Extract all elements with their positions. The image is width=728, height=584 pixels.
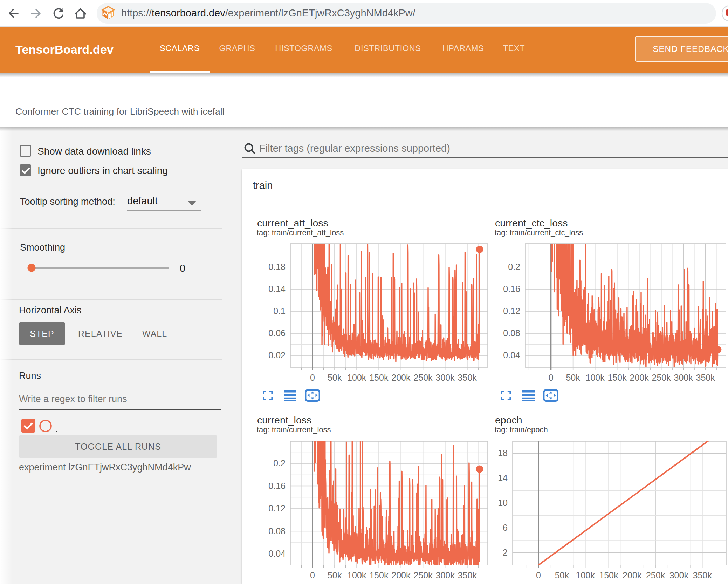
svg-text:350k: 350k [458, 373, 477, 382]
svg-text:50k: 50k [328, 373, 342, 382]
svg-text:250k: 250k [646, 570, 665, 580]
svg-text:50k: 50k [555, 570, 569, 580]
svg-text:200k: 200k [391, 570, 411, 580]
svg-text:0.2: 0.2 [273, 458, 286, 468]
svg-text:0.18: 0.18 [268, 262, 286, 272]
svg-text:300k: 300k [669, 570, 689, 580]
svg-text:50k: 50k [328, 570, 342, 580]
svg-text:2: 2 [503, 548, 508, 557]
svg-text:0.04: 0.04 [268, 549, 286, 558]
svg-text:0.02: 0.02 [268, 350, 286, 360]
svg-text:300k: 300k [435, 570, 455, 580]
svg-text:0.12: 0.12 [503, 306, 520, 316]
svg-text:6: 6 [503, 523, 508, 532]
svg-text:200k: 200k [623, 570, 642, 580]
svg-text:150k: 150k [369, 373, 389, 382]
svg-text:0.16: 0.16 [268, 481, 286, 491]
svg-text:0: 0 [549, 373, 554, 382]
svg-text:0.2: 0.2 [508, 262, 520, 272]
svg-text:350k: 350k [458, 570, 477, 580]
svg-text:150k: 150k [369, 570, 389, 580]
svg-text:100k: 100k [576, 570, 595, 580]
svg-text:0: 0 [310, 570, 315, 580]
svg-text:100k: 100k [585, 373, 605, 382]
svg-text:100k: 100k [347, 570, 366, 580]
svg-text:200k: 200k [391, 373, 411, 382]
svg-text:0.14: 0.14 [268, 284, 286, 294]
svg-text:200k: 200k [630, 373, 649, 382]
svg-text:0.1: 0.1 [273, 306, 286, 316]
svg-text:0.06: 0.06 [268, 328, 286, 338]
svg-text:150k: 150k [607, 373, 627, 382]
svg-text:0.08: 0.08 [268, 526, 286, 536]
svg-text:0: 0 [536, 570, 541, 580]
svg-text:0.16: 0.16 [503, 284, 520, 294]
svg-text:300k: 300k [674, 373, 693, 382]
svg-text:18: 18 [498, 448, 508, 458]
svg-text:150k: 150k [599, 570, 618, 580]
svg-text:0.04: 0.04 [503, 350, 520, 360]
svg-text:250k: 250k [413, 570, 433, 580]
svg-text:250k: 250k [413, 373, 433, 382]
svg-text:14: 14 [498, 473, 508, 483]
svg-text:10: 10 [498, 498, 508, 508]
svg-text:350k: 350k [696, 373, 715, 382]
svg-text:50k: 50k [566, 373, 580, 382]
svg-text:350k: 350k [693, 570, 712, 580]
svg-text:300k: 300k [435, 373, 455, 382]
svg-text:0: 0 [310, 373, 315, 382]
svg-text:0.12: 0.12 [268, 503, 286, 513]
svg-text:250k: 250k [652, 373, 671, 382]
svg-text:100k: 100k [347, 373, 366, 382]
svg-text:0.08: 0.08 [503, 328, 520, 338]
